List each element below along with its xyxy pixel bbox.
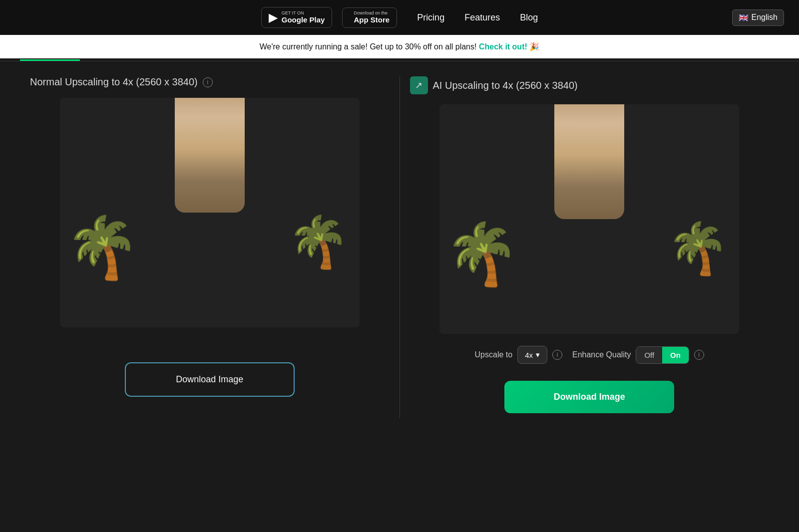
google-play-icon: ▶ — [269, 10, 278, 24]
palm-right-icon-2: 🌴 — [667, 219, 729, 278]
language-label: English — [752, 13, 778, 22]
sale-text: We're currently running a sale! Get up t… — [260, 42, 477, 51]
right-title-text: AI Upscaling to 4x (2560 x 3840) — [433, 80, 578, 91]
right-download-button[interactable]: Download Image — [504, 381, 674, 413]
left-panel-title: Normal Upscaling to 4x (2560 x 3840) i — [30, 76, 390, 88]
tab-active-indicator — [20, 59, 80, 61]
upscale-info-icon[interactable]: i — [552, 350, 562, 360]
language-selector[interactable]: 🇬🇧 English — [732, 9, 784, 26]
header: ▶ GET IT ON Google Play Download on the … — [0, 0, 799, 35]
app-store-button[interactable]: Download on the App Store — [342, 7, 397, 28]
ai-upscale-icon: ↗ — [410, 76, 428, 94]
ai-controls-row: Upscale to 4x ▾ i Enhance Quality Off On… — [410, 346, 770, 364]
left-download-section: Download Image — [30, 357, 390, 402]
app-store-text: Download on the App Store — [354, 11, 390, 24]
right-panel-title: ↗ AI Upscaling to 4x (2560 x 3840) — [410, 76, 770, 94]
right-download-section: Download Image — [410, 376, 770, 418]
left-download-button[interactable]: Download Image — [125, 362, 295, 397]
nav-features[interactable]: Features — [464, 12, 500, 23]
left-title-text: Normal Upscaling to 4x (2560 x 3840) — [30, 76, 198, 88]
toggle-off-option[interactable]: Off — [636, 347, 662, 363]
google-play-text: GET IT ON Google Play — [282, 11, 325, 24]
enhance-label: Enhance Quality — [572, 350, 631, 359]
left-panel: Normal Upscaling to 4x (2560 x 3840) i 🌴 — [20, 76, 400, 418]
upscale-control: Upscale to 4x ▾ i — [475, 346, 562, 364]
main-content: Normal Upscaling to 4x (2560 x 3840) i 🌴 — [0, 61, 799, 438]
palm-right-icon: 🌴 — [287, 213, 350, 271]
sale-emoji: 🎉 — [529, 42, 539, 51]
sale-link[interactable]: Check it out! — [479, 42, 527, 51]
left-info-icon[interactable]: i — [203, 77, 213, 87]
nav-links: Pricing Features Blog — [417, 12, 538, 23]
enhance-info-icon[interactable]: i — [694, 350, 704, 360]
enhance-toggle[interactable]: Off On — [636, 346, 689, 364]
right-image-container: 🌴 🌴 🌴 — [439, 104, 739, 334]
nav-blog[interactable]: Blog — [520, 12, 538, 23]
nav-pricing[interactable]: Pricing — [417, 12, 444, 23]
upscale-select[interactable]: 4x ▾ — [517, 346, 547, 364]
left-image-container: 🌴 — [60, 98, 360, 327]
chevron-down-icon: ▾ — [536, 350, 540, 359]
upscale-label: Upscale to — [475, 350, 513, 359]
google-play-button[interactable]: ▶ GET IT ON Google Play — [261, 7, 333, 28]
flag-icon: 🇬🇧 — [739, 13, 749, 22]
enhance-control: Enhance Quality Off On i — [572, 346, 704, 364]
sale-banner: We're currently running a sale! Get up t… — [0, 35, 799, 58]
toggle-on-option[interactable]: On — [662, 347, 689, 363]
right-panel: ↗ AI Upscaling to 4x (2560 x 3840) 🌴 — [400, 76, 780, 418]
